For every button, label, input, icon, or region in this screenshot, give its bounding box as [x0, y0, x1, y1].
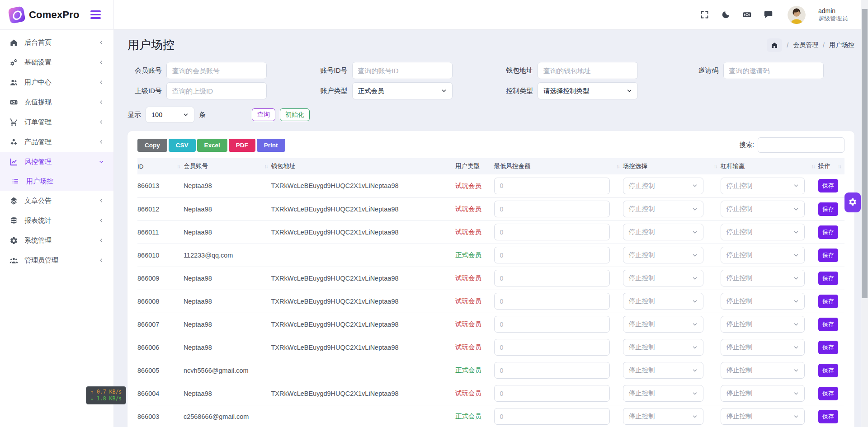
user-meta[interactable]: admin 超级管理员 — [818, 7, 848, 23]
copy-export-button[interactable]: Copy — [137, 139, 167, 152]
column-header[interactable]: 场控选择↑↓ — [623, 158, 721, 174]
field-control-select[interactable]: 停止控制 — [623, 408, 703, 425]
search-input[interactable] — [758, 137, 844, 153]
sidebar-item[interactable]: 产品管理 — [0, 132, 113, 152]
save-button[interactable]: 保存 — [818, 225, 838, 239]
save-button[interactable]: 保存 — [818, 387, 838, 400]
save-button[interactable]: 保存 — [818, 341, 838, 354]
member-account-input[interactable] — [166, 62, 267, 79]
save-button[interactable]: 保存 — [818, 249, 838, 262]
main-content: 用户场控 / 会员管理 / 用户场控 会员账号 账号ID号 钱包地址 邀请码 — [114, 30, 868, 427]
min-risk-amount-input[interactable] — [494, 201, 610, 217]
row-account: Neptaa98 — [184, 298, 212, 305]
avatar[interactable] — [788, 6, 806, 24]
sidebar-header: ComexPro — [0, 0, 113, 30]
chevron-down-icon — [692, 345, 698, 350]
wallet-address-input[interactable] — [538, 62, 638, 79]
sidebar-subitem[interactable]: 用户场控 — [0, 172, 113, 191]
breadcrumb-link[interactable]: 会员管理 — [793, 41, 818, 49]
invite-code-input[interactable] — [723, 62, 824, 79]
field-control-select[interactable]: 停止控制 — [623, 339, 703, 356]
sidebar-item[interactable]: 报表统计 — [0, 211, 113, 230]
min-risk-amount-input[interactable] — [494, 339, 610, 356]
save-button[interactable]: 保存 — [818, 202, 838, 216]
select-value: 停止控制 — [629, 343, 655, 352]
cubes-icon — [9, 137, 18, 146]
save-button[interactable]: 保存 — [818, 410, 838, 423]
print-export-button[interactable]: Print — [257, 139, 285, 152]
min-risk-amount-input[interactable] — [494, 362, 610, 379]
sidebar-item[interactable]: 充值提现 — [0, 92, 113, 112]
control-type-select[interactable]: 请选择控制类型 — [538, 82, 638, 99]
init-button[interactable]: 初始化 — [280, 108, 310, 121]
column-header[interactable]: 最低风控金额↑↓ — [494, 158, 623, 174]
fullscreen-icon[interactable] — [700, 10, 709, 19]
field-control-select[interactable]: 停止控制 — [623, 362, 703, 379]
min-risk-amount-input[interactable] — [494, 270, 610, 286]
field-control-select[interactable]: 停止控制 — [623, 316, 703, 333]
leverage-select[interactable]: 停止控制 — [721, 201, 805, 217]
field-control-select[interactable]: 停止控制 — [623, 247, 703, 263]
field-control-select[interactable]: 停止控制 — [623, 201, 703, 217]
min-risk-amount-input[interactable] — [494, 408, 610, 425]
dark-mode-icon[interactable] — [721, 10, 731, 19]
gear-icon — [9, 236, 18, 245]
leverage-select[interactable]: 停止控制 — [721, 178, 805, 194]
leverage-select[interactable]: 停止控制 — [721, 316, 805, 333]
pdf-export-button[interactable]: PDF — [229, 139, 255, 152]
field-control-select[interactable]: 停止控制 — [623, 293, 703, 310]
leverage-select[interactable]: 停止控制 — [721, 270, 805, 286]
sidebar-item[interactable]: 订单管理 — [0, 112, 113, 132]
account-id-input[interactable] — [352, 62, 453, 79]
sidebar-item[interactable]: 后台首页 — [0, 33, 113, 52]
field-control-select[interactable]: 停止控制 — [623, 385, 703, 402]
scrollbar-thumb[interactable] — [862, 9, 868, 298]
sidebar-item[interactable]: 管理员管理 — [0, 250, 113, 270]
min-risk-amount-input[interactable] — [494, 224, 610, 240]
column-header[interactable]: 会员账号↑↓ — [184, 158, 271, 174]
menu-toggle-button[interactable] — [89, 9, 103, 20]
save-button[interactable]: 保存 — [818, 364, 838, 377]
sidebar-item[interactable]: 系统管理 — [0, 230, 113, 250]
account-type-select[interactable]: 正式会员 — [352, 82, 453, 99]
leverage-select[interactable]: 停止控制 — [721, 247, 805, 263]
min-risk-amount-input[interactable] — [494, 178, 610, 194]
settings-fab[interactable] — [844, 192, 861, 212]
logo-icon — [8, 6, 25, 23]
save-button[interactable]: 保存 — [818, 295, 838, 308]
parent-id-input[interactable] — [166, 82, 267, 99]
field-control-select[interactable]: 停止控制 — [623, 178, 703, 194]
sidebar-item[interactable]: 用户中心 — [0, 72, 113, 92]
sort-icon: ↑↓ — [714, 164, 718, 169]
field-control-select[interactable]: 停止控制 — [623, 270, 703, 286]
min-risk-amount-input[interactable] — [494, 247, 610, 263]
leverage-select[interactable]: 停止控制 — [721, 224, 805, 240]
csv-export-button[interactable]: CSV — [169, 139, 196, 152]
sidebar-item[interactable]: 基础设置 — [0, 52, 113, 72]
excel-export-button[interactable]: Excel — [197, 139, 227, 152]
breadcrumb-home-icon[interactable] — [767, 38, 782, 52]
min-risk-amount-input[interactable] — [494, 316, 610, 333]
min-risk-amount-input[interactable] — [494, 293, 610, 310]
column-header[interactable]: 杠杆输赢↑↓ — [721, 158, 818, 174]
leverage-select[interactable]: 停止控制 — [721, 339, 805, 356]
sidebar-item[interactable]: 风控管理 — [0, 152, 113, 172]
leverage-select[interactable]: 停止控制 — [721, 362, 805, 379]
save-button[interactable]: 保存 — [818, 272, 838, 285]
query-button[interactable]: 查询 — [252, 108, 275, 121]
min-risk-amount-input[interactable] — [494, 385, 610, 402]
cash-icon[interactable] — [742, 10, 752, 19]
chevron-down-icon — [692, 322, 698, 327]
save-button[interactable]: 保存 — [818, 318, 838, 331]
field-control-select[interactable]: 停止控制 — [623, 224, 703, 240]
message-icon[interactable] — [764, 10, 773, 19]
leverage-select[interactable]: 停止控制 — [721, 385, 805, 402]
leverage-select[interactable]: 停止控制 — [721, 408, 805, 425]
sidebar-item[interactable]: 文章公告 — [0, 191, 113, 211]
breadcrumb-current[interactable]: 用户场控 — [829, 41, 854, 49]
save-button[interactable]: 保存 — [818, 179, 838, 192]
leverage-select[interactable]: 停止控制 — [721, 293, 805, 310]
page-size-select[interactable]: 100 — [146, 107, 194, 123]
column-header[interactable]: ID↑↓ — [137, 158, 184, 174]
column-header[interactable]: 操作↑↓ — [818, 158, 844, 174]
